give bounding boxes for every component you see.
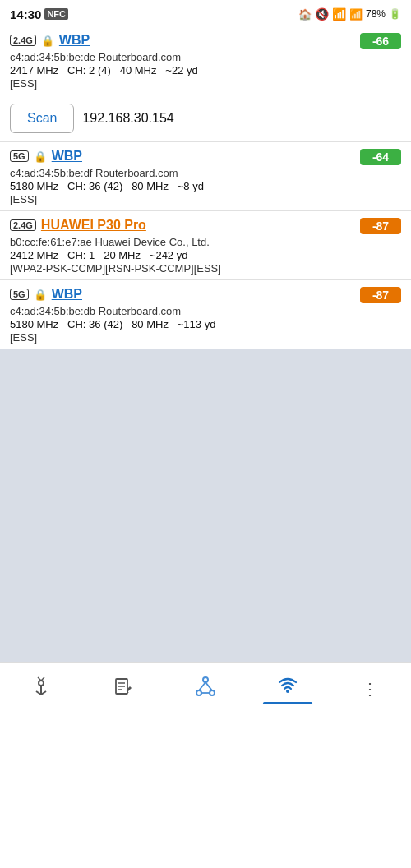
nav-item-edit[interactable] [82, 672, 164, 706]
wifi-icon [276, 672, 299, 700]
tags-1: [ESS] [10, 77, 401, 90]
svg-point-13 [210, 690, 215, 695]
signal-badge-4: -87 [360, 287, 401, 303]
battery-text: 78% [366, 8, 386, 20]
network-title-row-1: 2.4G 🔒 WBP [10, 33, 90, 48]
network-name-3[interactable]: HUAWEI P30 Pro [41, 218, 146, 233]
mac-vendor-1: c4:ad:34:5b:be:de Routerboard.com [10, 51, 401, 63]
edit-icon [112, 675, 135, 703]
signal-badge-1: -66 [360, 33, 401, 49]
status-bar: 14:30 NFC 🏠 🔇 📶 📶 78% 🔋 [0, 0, 411, 26]
signal-icon: 📶 [349, 8, 363, 21]
home-icon: 🏠 [298, 8, 312, 21]
lock-icon-4: 🔒 [34, 289, 47, 301]
lock-icon-2: 🔒 [34, 150, 47, 163]
band-badge-4: 5G [10, 289, 29, 300]
svg-point-11 [203, 677, 208, 682]
nav-item-antenna[interactable] [0, 672, 82, 706]
status-right: 🏠 🔇 📶 📶 78% 🔋 [298, 7, 401, 21]
network-icon [194, 675, 217, 703]
scan-row: Scan 192.168.30.154 [0, 95, 411, 142]
nav-item-more[interactable]: ⋮ [329, 676, 411, 702]
tags-3: [WPA2-PSK-CCMP][RSN-PSK-CCMP][ESS] [10, 262, 401, 275]
gray-area [0, 349, 411, 662]
battery-icon: 🔋 [389, 8, 401, 20]
main-content: 2.4G 🔒 WBP -66 c4:ad:34:5b:be:de Routerb… [0, 26, 411, 662]
scan-ip: 192.168.30.154 [82, 111, 173, 126]
freq-info-1: 2417 MHz CH: 2 (4) 40 MHz ~22 yd [10, 64, 401, 76]
tags-4: [ESS] [10, 331, 401, 344]
mac-vendor-4: c4:ad:34:5b:be:db Routerboard.com [10, 305, 401, 317]
network-card-4[interactable]: 5G 🔒 WBP -87 c4:ad:34:5b:be:db Routerboa… [0, 280, 411, 349]
svg-point-0 [39, 681, 44, 686]
network-name-2[interactable]: WBP [52, 149, 82, 164]
antenna-icon [30, 675, 53, 703]
lock-icon-1: 🔒 [41, 35, 54, 47]
mute-icon: 🔇 [315, 7, 329, 21]
band-badge-1: 2.4G [10, 35, 36, 46]
svg-point-12 [196, 690, 201, 695]
network-title-row-4: 5G 🔒 WBP [10, 287, 82, 302]
status-time: 14:30 [10, 7, 41, 21]
svg-line-5 [41, 677, 44, 681]
tags-2: [ESS] [10, 193, 401, 205]
network-name-4[interactable]: WBP [52, 287, 82, 302]
network-card-2[interactable]: 5G 🔒 WBP -64 c4:ad:34:5b:be:df Routerboa… [0, 142, 411, 211]
svg-line-4 [38, 677, 41, 681]
network-title-row-3: 2.4G HUAWEI P30 Pro [10, 218, 146, 233]
freq-info-4: 5180 MHz CH: 36 (42) 80 MHz ~113 yd [10, 318, 401, 330]
signal-badge-3: -87 [360, 218, 401, 234]
mac-vendor-2: c4:ad:34:5b:be:df Routerboard.com [10, 167, 401, 179]
bottom-nav: ⋮ [0, 662, 411, 711]
network-header-1: 2.4G 🔒 WBP -66 [10, 33, 401, 49]
network-name-1[interactable]: WBP [59, 33, 90, 48]
freq-info-2: 5180 MHz CH: 36 (42) 80 MHz ~8 yd [10, 180, 401, 192]
more-icon: ⋮ [362, 679, 378, 699]
wifi-status-icon: 📶 [332, 7, 346, 21]
mac-vendor-3: b0:cc:fe:61:e7:ae Huawei Device Co., Ltd… [10, 236, 401, 248]
nav-item-wifi[interactable] [247, 669, 329, 708]
app-root: 14:30 NFC 🏠 🔇 📶 📶 78% 🔋 2.4G 🔒 WBP -66 [0, 0, 411, 868]
nfc-icon: NFC [44, 8, 68, 20]
signal-badge-2: -64 [360, 149, 401, 165]
network-card-1[interactable]: 2.4G 🔒 WBP -66 c4:ad:34:5b:be:de Routerb… [0, 26, 411, 95]
wifi-tab-underline [263, 702, 312, 704]
band-badge-2: 5G [10, 150, 29, 162]
network-card-3[interactable]: 2.4G HUAWEI P30 Pro -87 b0:cc:fe:61:e7:a… [0, 211, 411, 280]
band-badge-3: 2.4G [10, 219, 36, 231]
svg-point-17 [286, 690, 289, 693]
scan-button[interactable]: Scan [10, 104, 74, 133]
status-left: 14:30 NFC [10, 7, 68, 21]
svg-line-15 [206, 682, 212, 690]
network-header-3: 2.4G HUAWEI P30 Pro -87 [10, 218, 401, 234]
network-title-row-2: 5G 🔒 WBP [10, 149, 82, 164]
svg-line-14 [199, 682, 206, 690]
network-header-2: 5G 🔒 WBP -64 [10, 149, 401, 165]
nav-item-network[interactable] [164, 672, 247, 706]
freq-info-3: 2412 MHz CH: 1 20 MHz ~242 yd [10, 249, 401, 261]
network-header-4: 5G 🔒 WBP -87 [10, 287, 401, 303]
